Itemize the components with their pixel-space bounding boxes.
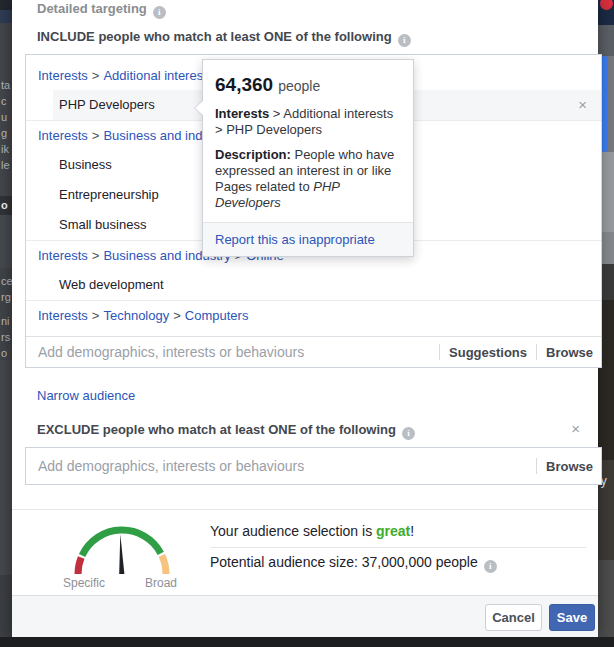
divider [536,458,537,474]
panel-title-text: Detailed targeting [37,1,147,16]
tooltip-path-root: Interests [215,106,269,121]
gauge-red-arc [78,558,81,575]
interest-item-label: Entrepreneurship [59,187,159,202]
breadcrumb-link[interactable]: Interests [38,128,88,143]
include-heading-text: INCLUDE people who match at least ONE of… [37,29,392,44]
potential-audience-size-text: Potential audience size: 37,000,000 peop… [210,554,478,570]
include-add-row: Suggestions Browse [26,336,601,367]
bg-text-fragment: ce [1,276,13,287]
report-inappropriate-link[interactable]: Report this as inappropriate [215,232,375,247]
breadcrumb-separator: > [88,128,104,143]
breadcrumb-separator: > [88,308,104,323]
info-icon[interactable]: i [484,560,497,573]
dialog-footer: Cancel Save [12,595,598,637]
detailed-targeting-panel: Detailed targetingi INCLUDE people who m… [12,0,598,637]
audience-gauge [72,514,172,578]
gauge-label-specific: Specific [46,576,122,590]
breadcrumb-separator: > [169,308,185,323]
potential-audience-size: Potential audience size: 37,000,000 peop… [210,554,497,573]
browse-button[interactable]: Browse [546,345,593,360]
audience-status-word: great [376,523,410,539]
breadcrumb-link[interactable]: Technology [103,308,169,323]
audience-status-suffix: ! [410,523,414,539]
bg-text-fragment: rs [1,332,10,343]
bg-text-fragment: o [1,200,8,211]
browse-button[interactable]: Browse [546,459,593,474]
interest-item-label: Business [59,157,112,172]
gauge-label-broad: Broad [126,576,196,590]
cancel-button[interactable]: Cancel [485,604,542,631]
bg-text-fragment: u [1,112,7,123]
breadcrumb: Interests>Technology>Computers [26,301,601,330]
background-page-left-edge: ta c u g ik le o ce rg ni rs o [0,0,12,647]
audience-meter-section: Specific Broad Your audience selection i… [12,509,598,595]
tooltip-description-label: Description: [215,147,291,162]
audience-status: Your audience selection is great! [210,523,414,539]
tooltip-footer: Report this as inappropriate [203,222,413,256]
bg-text-fragment: o [1,348,7,359]
tooltip-description: Description: People who have expressed a… [215,147,401,211]
breadcrumb-link[interactable]: Interests [38,308,88,323]
breadcrumb-link[interactable]: Interests [38,68,88,83]
interest-item-label: Web development [59,277,164,292]
exclude-heading: EXCLUDE people who match at least ONE of… [37,422,415,440]
interest-detail-tooltip: 64,360people Interests > Additional inte… [202,59,414,257]
exclude-heading-text: EXCLUDE people who match at least ONE of… [37,422,396,437]
tooltip-audience-count: 64,360people [203,60,413,96]
info-icon[interactable]: i [153,6,166,19]
remove-exclude-section-icon[interactable]: × [571,420,580,437]
narrow-audience-link[interactable]: Narrow audience [37,388,135,403]
tooltip-count-number: 64,360 [215,74,273,95]
audience-status-prefix: Your audience selection is [210,523,376,539]
interest-item-label: Small business [59,217,146,232]
divider [210,547,586,548]
divider [536,344,537,360]
suggestions-button[interactable]: Suggestions [449,345,527,360]
breadcrumb-separator: > [88,68,104,83]
info-icon[interactable]: i [402,427,415,440]
bg-text-fragment: c [1,96,7,107]
gauge-needle [119,534,124,574]
breadcrumb-separator: > [88,248,104,263]
bg-text-fragment: ik [1,144,9,155]
tooltip-count-unit: people [278,78,320,94]
exclude-search-input[interactable] [38,458,527,474]
remove-item-icon[interactable]: × [578,90,587,120]
tooltip-breadcrumb-path: Interests > Additional interests > PHP D… [215,106,401,138]
bg-text-fragment: rg [1,292,11,303]
divider [439,344,440,360]
interest-item-label: PHP Developers [59,97,155,112]
exclude-targeting-box: Browse [25,447,602,485]
bg-text-fragment: g [1,128,7,139]
breadcrumb-link[interactable]: Additional interests [103,68,213,83]
gauge-orange-arc [162,555,166,574]
save-button[interactable]: Save [549,604,595,631]
breadcrumb-link[interactable]: Interests [38,248,88,263]
bg-text-fragment: ni [1,316,10,327]
background-page-bottom-edge [0,637,614,647]
breadcrumb-link[interactable]: Computers [185,308,249,323]
bg-text-fragment: ta [1,80,10,91]
panel-title: Detailed targetingi [37,1,166,19]
bg-text-fragment: le [1,160,10,171]
targeting-group: Interests>Technology>Computers [26,301,601,330]
include-search-input[interactable] [38,344,430,360]
include-heading: INCLUDE people who match at least ONE of… [37,29,411,47]
interest-item-web-development[interactable]: Web development [53,270,601,300]
info-icon[interactable]: i [398,34,411,47]
